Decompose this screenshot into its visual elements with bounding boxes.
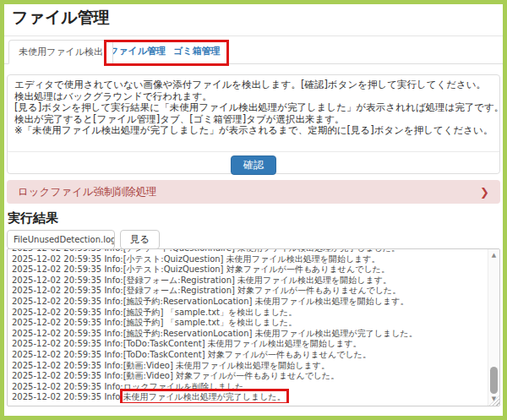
- panel-divider: [8, 151, 499, 152]
- log-line: 2025-12-02 20:59:35 Info:[ToDo:TaskConte…: [12, 350, 487, 361]
- log-scrollbar[interactable]: ▲ ▼: [488, 249, 499, 406]
- results-heading: 実行結果: [8, 210, 58, 226]
- file-management-page: ファイル管理 未使用ファイル検出 ファイル管理 ゴミ箱管理 エディタで使用されて…: [0, 0, 507, 420]
- lock-panel-label: ロックファイル強制削除処理: [18, 185, 157, 199]
- log-line: 2025-12-02 20:59:35 Info:[登録フォーム:Registr…: [12, 286, 487, 297]
- log-line: 2025-12-02 20:59:35 Info:[動画:Video] 未使用フ…: [12, 361, 487, 372]
- description-line: エディタで使用されていない画像や添付ファイルを検出します。[確認]ボタンを押して…: [14, 79, 493, 91]
- chevron-right-icon: ❯: [480, 186, 489, 199]
- confirm-button[interactable]: 確認: [231, 155, 276, 175]
- title-divider: [4, 35, 503, 36]
- scroll-up-icon[interactable]: ▲: [488, 250, 499, 261]
- tab-trash-management[interactable]: ゴミ箱管理: [173, 40, 221, 64]
- confirm-button-row: 確認: [8, 155, 499, 175]
- log-controls: FileUnusedDetection.log ▾ 見る: [7, 230, 160, 249]
- view-button[interactable]: 見る: [120, 230, 160, 249]
- log-file-select-value: FileUnusedDetection.log: [14, 235, 115, 244]
- description-text: エディタで使用されていない画像や添付ファイルを検出します。[確認]ボタンを押して…: [8, 75, 499, 141]
- lock-file-force-delete-panel[interactable]: ロックファイル強制削除処理 ❯: [7, 180, 500, 204]
- log-output-textarea[interactable]: 2025-12-02 20:59:35 Info:[アンケート:Question…: [7, 248, 500, 406]
- log-line: 2025-12-02 20:59:35 Info:[アンケート:Question…: [12, 248, 487, 254]
- tab-unused-file-detection[interactable]: 未使用ファイル検出: [8, 40, 113, 64]
- log-line: 2025-12-02 20:59:35 Info:ロックファイルを削除しました。: [12, 382, 487, 393]
- log-content: 2025-12-02 20:59:35 Info:[アンケート:Question…: [8, 248, 487, 403]
- tab-bar: 未使用ファイル検出 ファイル管理 ゴミ箱管理: [4, 40, 503, 64]
- log-line: 2025-12-02 20:59:35 Info:[登録フォーム:Registr…: [12, 275, 487, 286]
- log-line: 2025-12-02 20:59:35 Info:[施設予約:Reservati…: [12, 297, 487, 308]
- log-line: 2025-12-02 20:59:35 Info:[動画:Video] 対象ファ…: [12, 371, 487, 382]
- scrollbar-thumb[interactable]: [490, 367, 498, 394]
- log-line: 2025-12-02 20:59:35 Info:[ToDo:TaskConte…: [12, 339, 487, 350]
- description-panel: エディタで使用されていない画像や添付ファイルを検出します。[確認]ボタンを押して…: [7, 74, 500, 174]
- annotation-box-completed-message: 未使用ファイル検出処理が完了しました。: [123, 392, 286, 401]
- description-line: [見る]ボタンを押して実行結果に「未使用ファイル検出処理が完了しました」が表示さ…: [14, 102, 493, 114]
- log-line-completed: 2025-12-02 20:59:35 Info:未使用ファイル検出処理が完了し…: [12, 392, 487, 403]
- description-line: 検出処理はバックグラウンドで行われます。: [14, 91, 493, 103]
- log-line: 2025-12-02 20:59:35 Info:[小テスト:QuizQuest…: [12, 254, 487, 265]
- tab-file-management[interactable]: ファイル管理: [109, 40, 166, 64]
- log-line: 2025-12-02 20:59:35 Info:[施設予約] 「sample.…: [12, 318, 487, 329]
- log-line: 2025-12-02 20:59:35 Info:[施設予約:Reservati…: [12, 329, 487, 340]
- log-line: 2025-12-02 20:59:35 Info:[施設予約] 「sample.…: [12, 308, 487, 319]
- log-line: 2025-12-02 20:59:35 Info:[小テスト:QuizQuest…: [12, 265, 487, 275]
- description-line: 検出が完了すると[ファイル管理]タブ、[ゴミ箱管理]タブが選択出来ます。: [14, 114, 493, 126]
- page-title: ファイル管理: [12, 7, 110, 29]
- description-line: ※「未使用ファイル検出処理が完了しました」が表示されるまで、定期的に[見る]ボタ…: [14, 125, 493, 137]
- log-file-select[interactable]: FileUnusedDetection.log ▾: [7, 230, 115, 249]
